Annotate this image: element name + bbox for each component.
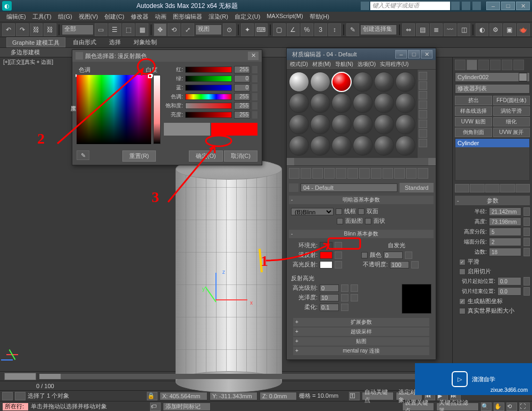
ribbon-tab-freeform[interactable]: 自由形式: [68, 37, 102, 47]
param-value-3[interactable]: 2: [489, 238, 521, 246]
help-search-input[interactable]: 键入关键字或短语: [370, 2, 450, 10]
cp-slider-4[interactable]: [185, 103, 232, 109]
material-slot-14[interactable]: [331, 114, 352, 135]
stack-item[interactable]: Cylinder: [455, 139, 529, 147]
make-unique-icon[interactable]: [347, 168, 358, 179]
maximize-button[interactable]: □: [501, 2, 515, 10]
put-scene-icon[interactable]: [301, 168, 311, 179]
material-slot-20[interactable]: [331, 136, 352, 156]
param-spin-2[interactable]: [523, 228, 530, 236]
material-slot-13[interactable]: [310, 114, 330, 135]
tag-icon[interactable]: 🏷: [150, 402, 161, 411]
preview-icon[interactable]: [419, 120, 427, 128]
scroll-left-icon[interactable]: [287, 158, 294, 165]
snap-2d-icon[interactable]: ▢: [273, 23, 286, 36]
material-slot-12[interactable]: [289, 114, 309, 135]
slice-check[interactable]: [459, 269, 466, 275]
select-icon[interactable]: ▭: [95, 23, 107, 36]
gloss-value[interactable]: 10: [320, 294, 339, 301]
material-slot-0[interactable]: [289, 72, 309, 92]
selfillum-spin[interactable]: [405, 251, 412, 259]
maxscript-icon[interactable]: [2, 392, 13, 400]
slice-value-1[interactable]: 0.0: [497, 287, 521, 296]
modify-tab-icon[interactable]: [467, 60, 477, 70]
undo-icon[interactable]: ↶: [2, 23, 15, 36]
show-map-icon[interactable]: [383, 168, 393, 179]
cancel-button[interactable]: 取消(C): [224, 150, 257, 162]
diffuse-map-icon[interactable]: [335, 251, 342, 259]
ref-coord[interactable]: 视图: [195, 24, 222, 35]
backlight-icon[interactable]: [419, 81, 427, 90]
menu-graph[interactable]: 图形编辑器: [170, 12, 205, 22]
cp-spin-1[interactable]: [252, 75, 257, 82]
param-value-2[interactable]: 5: [489, 228, 521, 236]
color-field[interactable]: [77, 75, 151, 144]
options-icon[interactable]: [419, 129, 427, 138]
color-cursor[interactable]: [148, 74, 152, 78]
cp-slider-3[interactable]: [185, 94, 232, 100]
cp-spin-3[interactable]: [252, 93, 257, 100]
menu-maxscript[interactable]: MAXScript(M): [263, 12, 306, 22]
material-slot-17[interactable]: [395, 114, 415, 135]
mod-bevel[interactable]: 倒角剖面: [455, 128, 492, 137]
brightness-slider[interactable]: [153, 75, 161, 144]
ribbon-tab-paint[interactable]: 对象绘制: [128, 37, 162, 47]
sample-uv-icon[interactable]: [419, 100, 427, 109]
material-slot-10[interactable]: [374, 93, 394, 113]
ambient-swatch[interactable]: [320, 242, 332, 249]
cp-value-2[interactable]: 0: [234, 84, 250, 91]
soften-value[interactable]: 0.1: [320, 304, 339, 311]
render-setup-icon[interactable]: ⚙: [489, 23, 502, 36]
cp-value-1[interactable]: 0: [234, 75, 250, 82]
viewport-nav-icon[interactable]: 🔍: [481, 402, 492, 411]
object-color-swatch[interactable]: [519, 73, 527, 81]
menu-help[interactable]: 帮助(H): [306, 12, 332, 22]
param-spin-0[interactable]: [523, 207, 530, 216]
ambient-lock-icon[interactable]: [335, 242, 342, 249]
pivot-icon[interactable]: ⊙: [223, 23, 236, 36]
diffuse-swatch[interactable]: [320, 251, 332, 259]
manip-icon[interactable]: ✦: [241, 23, 254, 36]
mr-header[interactable]: mental ray 连接: [293, 347, 429, 355]
orbit-icon[interactable]: ⟲: [506, 402, 517, 411]
ss-params-header[interactable]: 超级采样: [293, 328, 429, 336]
make-copy-icon[interactable]: [336, 168, 346, 179]
create-tab-icon[interactable]: [455, 60, 466, 70]
speclvl-spin[interactable]: [341, 284, 348, 292]
add-tag-combo[interactable]: 添加时间标记: [163, 402, 211, 411]
motion-tab-icon[interactable]: [490, 60, 501, 70]
edit-named-icon[interactable]: ✎: [346, 23, 359, 36]
keyfilter-button[interactable]: 关键点过滤器...: [436, 402, 479, 411]
slot-scrollbar[interactable]: [287, 158, 436, 165]
material-slot-15[interactable]: [353, 114, 373, 135]
matmenu-mode[interactable]: 模式(D): [288, 60, 310, 69]
snap-angle-icon[interactable]: ∠: [287, 23, 300, 36]
param-value-0[interactable]: 21.142mm: [489, 207, 521, 216]
shader-dropdown[interactable]: (B)Blinn: [291, 208, 334, 215]
selection-filter[interactable]: 全部: [62, 24, 94, 35]
cp-slider-2[interactable]: [185, 85, 232, 91]
mod-spline[interactable]: 样条线选择: [455, 106, 492, 116]
param-spin-3[interactable]: [523, 238, 530, 246]
cp-value-0[interactable]: 255: [234, 66, 250, 73]
select-by-mat-icon[interactable]: [419, 139, 427, 147]
material-slot-4[interactable]: [374, 72, 394, 92]
ribbon-poly-button[interactable]: 多边形建模: [6, 48, 44, 57]
spinner-snap-icon[interactable]: ↕: [328, 23, 341, 36]
blinn-params-header[interactable]: Blinn 基本参数: [289, 230, 434, 238]
param-spin-4[interactable]: [523, 248, 530, 256]
menu-animation[interactable]: 动画: [152, 12, 170, 22]
menu-modifiers[interactable]: 修改器: [128, 12, 152, 22]
schematic-icon[interactable]: ◫: [458, 23, 470, 36]
time-slider-thumb[interactable]: [39, 374, 61, 379]
menu-edit[interactable]: 编辑(E): [3, 12, 29, 22]
slice-spin-0[interactable]: [523, 277, 530, 286]
render-frame-icon[interactable]: ▣: [503, 23, 516, 36]
facemap-check[interactable]: [337, 218, 343, 224]
material-slot-6[interactable]: [289, 93, 309, 113]
select-rect-icon[interactable]: ⬚: [122, 23, 135, 36]
ext-params-header[interactable]: 扩展参数: [293, 318, 429, 326]
specular-swatch[interactable]: [320, 261, 332, 269]
cp-value-3[interactable]: 255: [234, 93, 250, 100]
cp-value-4[interactable]: 255: [234, 102, 250, 110]
